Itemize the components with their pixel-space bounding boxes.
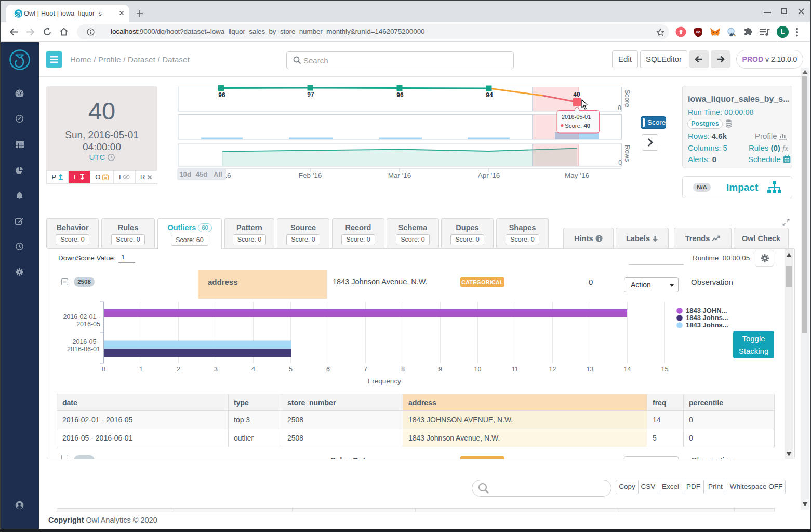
svg-text:0: 0 — [618, 104, 621, 112]
svg-text:UO: UO — [696, 31, 701, 34]
svg-text:94: 94 — [486, 91, 493, 99]
svg-text:Apr '16: Apr '16 — [478, 171, 500, 179]
svg-text:96: 96 — [218, 91, 225, 99]
svg-text:2016-05-01: 2016-05-01 — [562, 114, 591, 120]
svg-text:Mar '16: Mar '16 — [388, 171, 411, 179]
svg-text:97: 97 — [307, 91, 314, 98]
svg-text:0: 0 — [618, 159, 622, 166]
svg-text:Score: 40: Score: 40 — [565, 123, 590, 129]
svg-text:96: 96 — [396, 91, 404, 99]
svg-text:40: 40 — [573, 91, 580, 98]
svg-text:Feb '16: Feb '16 — [299, 171, 322, 179]
svg-text:May '16: May '16 — [565, 171, 589, 179]
